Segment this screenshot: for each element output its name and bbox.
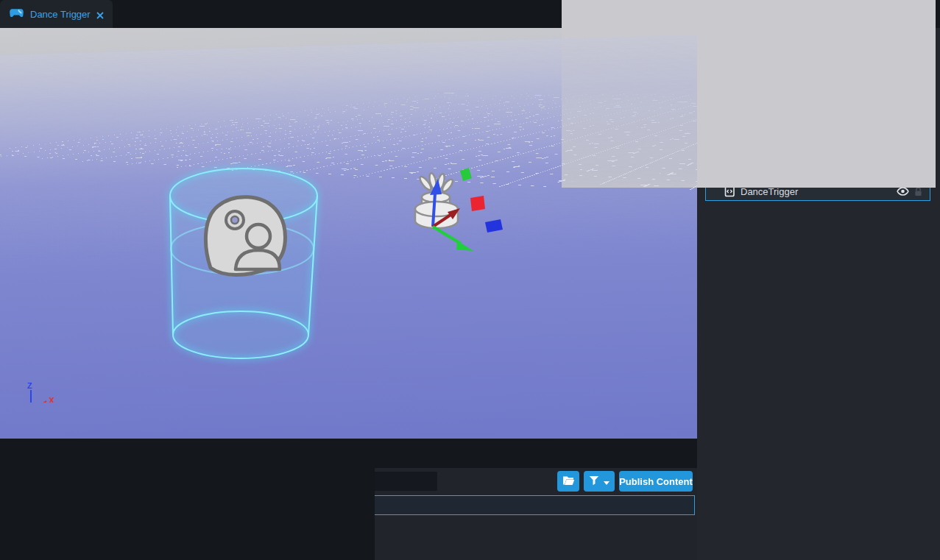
close-icon[interactable]: [771, 10, 779, 18]
lock-icon[interactable]: [915, 168, 925, 177]
tab-label: Project Content: [28, 453, 94, 464]
chevron-down-icon: [604, 476, 609, 487]
hierarchy-panel: Hierarchy Main: [697, 0, 940, 560]
folder-rocket-icon: [9, 451, 22, 464]
spawn-point-billboard: [205, 197, 285, 275]
viewport-3d[interactable]: Z X Y: [0, 28, 697, 439]
expand-down-icon[interactable]: [7, 475, 17, 486]
editor-window: Dance Trigger: [0, 0, 940, 560]
visibility-eye-icon[interactable]: [897, 91, 915, 100]
scene-name-label: Main: [709, 37, 731, 48]
lock-icon[interactable]: [915, 110, 925, 120]
axis-x-label: X: [49, 396, 54, 405]
folder-icon: [716, 91, 729, 101]
collapse-arrow-icon[interactable]: [705, 169, 716, 177]
expand-arrow-icon[interactable]: [705, 92, 716, 100]
hierarchy-row-trigger[interactable]: Trigger: [697, 163, 940, 182]
sidebar-item-my-scripts[interactable]: My Scripts: [33, 520, 78, 531]
gamepad-wrench-icon: [9, 7, 24, 21]
hierarchy-row-dancetrigger[interactable]: DanceTrigger: [705, 182, 930, 201]
content-filter-button[interactable]: [584, 471, 615, 492]
sidebar-item-my-materials[interactable]: My Materials: [33, 542, 88, 553]
visibility-eye-icon[interactable]: [897, 130, 915, 138]
filter-icon: [888, 60, 900, 74]
scene-clapper-icon: [911, 34, 925, 49]
lock-icon[interactable]: [915, 149, 925, 158]
export-button[interactable]: [908, 55, 930, 77]
script-icon: [149, 497, 163, 514]
search-input[interactable]: [733, 61, 838, 72]
bottom-tabbar: Project Content Event Log: [0, 447, 207, 468]
search-icon: [150, 475, 160, 488]
visibility-eye-icon[interactable]: [897, 149, 915, 157]
scene-settings-button[interactable]: [907, 30, 929, 52]
content-search[interactable]: [144, 472, 437, 491]
tab-event-log[interactable]: Event Log: [116, 447, 208, 468]
cube-icon: [716, 148, 729, 159]
axis-indicator: Z X Y: [27, 381, 54, 431]
import-content-button[interactable]: [557, 471, 579, 492]
scene-objects: Z X Y: [0, 28, 697, 439]
hierarchy-tabbar: Hierarchy: [697, 0, 940, 28]
script-icon: [723, 185, 735, 197]
upload-icon: [913, 60, 925, 74]
lock-icon[interactable]: [915, 130, 925, 139]
filter-icon: [589, 475, 599, 488]
visibility-eye-icon[interactable]: [897, 187, 914, 196]
close-icon[interactable]: [100, 454, 107, 461]
hierarchy-row-spawn-point[interactable]: Spawn Point: [697, 105, 940, 124]
trigger-icon: [716, 167, 729, 178]
lock-icon[interactable]: [914, 187, 925, 196]
tab-label: Hierarchy: [724, 9, 766, 20]
visibility-eye-icon[interactable]: [897, 110, 915, 119]
search-input[interactable]: [166, 476, 431, 487]
axis-z-label: Z: [27, 381, 32, 390]
clipboard-icon: [125, 450, 136, 465]
project-content-panel: Project Content Event Log: [0, 439, 697, 560]
tab-label: Event Log: [142, 453, 185, 464]
content-sidebar: All Content My Templates My Scripts My M…: [0, 468, 144, 560]
tab-project-content[interactable]: Project Content: [0, 447, 116, 468]
hierarchy-tree: Gameplay Settings Spawn Point: [697, 86, 940, 201]
visibility-eye-icon[interactable]: [897, 168, 915, 177]
lock-icon[interactable]: [915, 91, 925, 101]
hierarchy-icon: [706, 7, 718, 21]
content-item-dancetrigger[interactable]: DanceTrigger: [144, 495, 695, 515]
sidebar-item-all-content[interactable]: All Content: [7, 475, 71, 486]
sidebar-item-my-templates[interactable]: My Templates: [33, 498, 92, 509]
viewport-tabbar: Dance Trigger: [0, 0, 697, 28]
hierarchy-search[interactable]: [712, 57, 844, 76]
publish-content-button[interactable]: Publish Content: [619, 471, 693, 492]
folder-gear-icon: [716, 129, 729, 140]
tab-label: Dance Trigger: [30, 9, 91, 20]
tab-dance-trigger[interactable]: Dance Trigger: [0, 0, 113, 28]
trigger-billboard: [415, 172, 458, 228]
close-icon[interactable]: [191, 454, 198, 461]
group-objects-icon[interactable]: [861, 58, 879, 78]
close-icon[interactable]: [96, 10, 104, 18]
hierarchy-row-default-floor[interactable]: Default Floor: [697, 143, 940, 163]
expand-arrow-icon[interactable]: [705, 130, 716, 138]
hierarchy-row-gameplay-settings[interactable]: Gameplay Settings: [697, 86, 940, 105]
spawn-point-icon: [716, 110, 729, 121]
open-folder-icon: [562, 475, 575, 488]
hierarchy-row-default-sky[interactable]: Default Sky: [697, 124, 940, 143]
tab-hierarchy[interactable]: Hierarchy: [697, 0, 788, 28]
search-icon: [718, 60, 728, 73]
hierarchy-filter-button[interactable]: [883, 55, 905, 77]
axis-y-label: Y: [46, 422, 52, 431]
